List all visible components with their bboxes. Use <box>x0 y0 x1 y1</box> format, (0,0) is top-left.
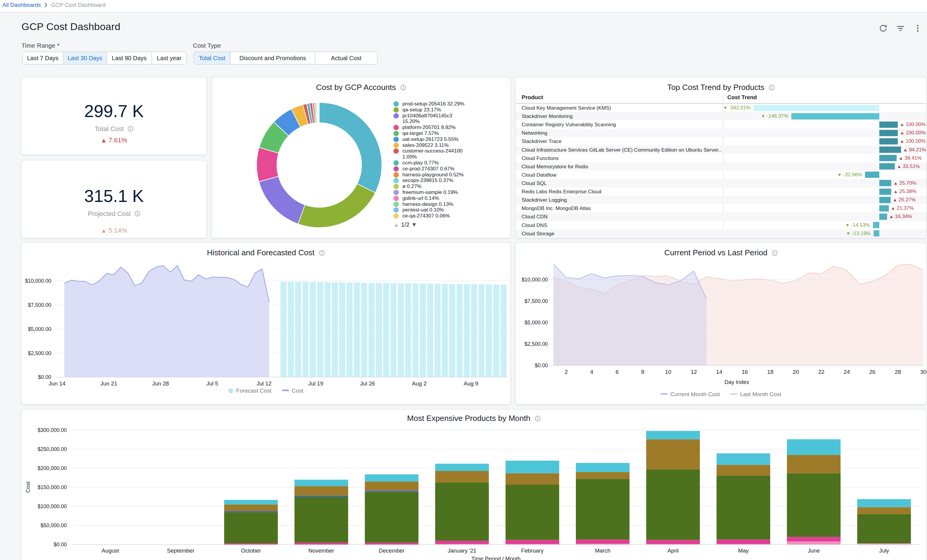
svg-text:$200,000.00: $200,000.00 <box>38 465 67 471</box>
svg-text:$10,000.00: $10,000.00 <box>521 277 548 283</box>
svg-text:Jun 21: Jun 21 <box>100 380 117 387</box>
svg-text:10: 10 <box>665 369 671 375</box>
svg-text:May: May <box>738 548 749 554</box>
svg-text:Cost: Cost <box>25 481 31 493</box>
svg-text:February: February <box>521 548 544 554</box>
svg-text:$2,500.00: $2,500.00 <box>524 341 548 347</box>
svg-text:$0.00: $0.00 <box>54 542 67 548</box>
svg-text:Jul 19: Jul 19 <box>308 380 323 387</box>
svg-text:Jun 28: Jun 28 <box>152 380 169 387</box>
svg-text:November: November <box>308 548 334 554</box>
svg-text:$5,000.00: $5,000.00 <box>524 320 548 326</box>
svg-text:$0.00: $0.00 <box>38 374 51 380</box>
svg-text:June: June <box>808 548 820 554</box>
svg-text:$10,000.00: $10,000.00 <box>25 278 51 284</box>
svg-text:July: July <box>879 548 889 554</box>
svg-text:Time Period / Month: Time Period / Month <box>471 555 521 560</box>
svg-text:$150,000.00: $150,000.00 <box>38 484 67 490</box>
svg-text:$7,500.00: $7,500.00 <box>524 298 548 304</box>
svg-text:October: October <box>241 548 261 554</box>
svg-text:18: 18 <box>767 369 774 375</box>
svg-text:$0.00: $0.00 <box>535 363 548 369</box>
svg-text:$300,000.00: $300,000.00 <box>38 427 67 433</box>
svg-text:16: 16 <box>742 369 748 375</box>
svg-text:$2,500.00: $2,500.00 <box>28 350 51 356</box>
svg-text:2: 2 <box>565 369 568 375</box>
svg-text:Jun 14: Jun 14 <box>49 380 65 387</box>
svg-text:20: 20 <box>793 369 799 375</box>
svg-text:August: August <box>102 548 119 554</box>
svg-text:$7,500.00: $7,500.00 <box>28 302 51 308</box>
svg-text:12: 12 <box>691 369 697 375</box>
svg-text:$50,000.00: $50,000.00 <box>41 522 67 528</box>
svg-text:8: 8 <box>641 369 644 375</box>
svg-text:6: 6 <box>615 369 619 375</box>
svg-text:26: 26 <box>869 369 875 375</box>
svg-text:Jul 5: Jul 5 <box>206 380 218 387</box>
svg-text:$100,000.00: $100,000.00 <box>38 504 67 509</box>
svg-text:December: December <box>379 548 405 554</box>
svg-text:January '21: January '21 <box>448 548 477 554</box>
svg-text:Aug 9: Aug 9 <box>464 380 479 387</box>
svg-text:4: 4 <box>590 369 593 375</box>
svg-text:28: 28 <box>895 369 901 375</box>
svg-text:Aug 2: Aug 2 <box>412 380 427 387</box>
svg-text:14: 14 <box>716 369 722 375</box>
svg-text:$250,000.00: $250,000.00 <box>38 446 67 452</box>
svg-text:Day Index: Day Index <box>725 379 749 385</box>
svg-text:$5,000.00: $5,000.00 <box>28 326 51 332</box>
svg-text:September: September <box>167 548 195 554</box>
svg-text:22: 22 <box>818 369 824 375</box>
svg-text:30: 30 <box>920 369 926 375</box>
svg-text:Jul 26: Jul 26 <box>360 380 375 387</box>
svg-text:March: March <box>595 548 611 554</box>
svg-text:Jul 12: Jul 12 <box>257 380 272 387</box>
svg-text:April: April <box>667 548 679 554</box>
svg-text:24: 24 <box>844 369 850 375</box>
